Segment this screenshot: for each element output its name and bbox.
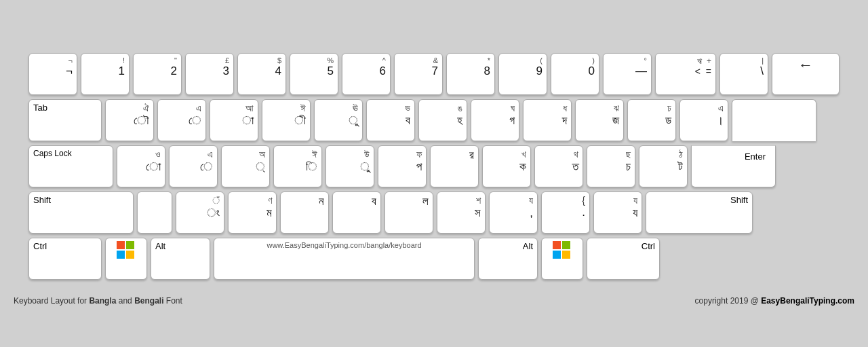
windows-logo-icon — [110, 241, 142, 260]
key-space[interactable]: www.EasyBengaliTyping.com/bangla/keyboar… — [214, 238, 475, 280]
key-ctrl-right[interactable]: Ctrl — [587, 238, 660, 280]
key-tab[interactable]: Tab — [28, 99, 102, 141]
svg-rect-6 — [553, 251, 561, 259]
key-u[interactable]: ঙ হ — [418, 99, 467, 141]
key-e[interactable]: আ া — [210, 99, 258, 141]
key-3[interactable]: £ 3 — [185, 53, 234, 95]
key-8[interactable]: * 8 — [446, 53, 495, 95]
key-f[interactable]: ঈ ি — [273, 145, 322, 187]
key-l[interactable]: থ ত — [534, 145, 583, 187]
key-2[interactable]: " 2 — [133, 53, 182, 95]
windows-logo-right-icon — [546, 241, 578, 260]
svg-rect-0 — [117, 241, 125, 249]
key-7[interactable]: & 7 — [394, 53, 443, 95]
key-b[interactable]: ব — [332, 191, 381, 234]
key-d[interactable]: অ ্ — [221, 145, 270, 187]
key-shift-left[interactable]: Shift — [28, 191, 134, 234]
key-comma[interactable]: য , — [489, 191, 538, 234]
key-win-left[interactable] — [105, 238, 147, 280]
footer-left: Keyboard Layout for Bangla and Bengali F… — [14, 296, 182, 306]
key-1[interactable]: ! 1 — [81, 53, 130, 95]
footer: Keyboard Layout for Bangla and Bengali F… — [0, 293, 868, 308]
svg-rect-5 — [562, 241, 570, 249]
row-bottom: Ctrl Alt www.EasyBengaliTyping.com/bangl… — [28, 238, 840, 280]
key-slash[interactable]: য য — [593, 191, 642, 234]
row-numbers: ¬ ¬ ! 1 " 2 £ 3 $ 4 — [28, 53, 840, 95]
svg-rect-1 — [126, 241, 134, 249]
svg-rect-4 — [553, 241, 561, 249]
key-o[interactable]: ধ দ — [523, 99, 572, 141]
caps-lock-label: Caps Lock — [33, 149, 108, 158]
key-k[interactable]: খ ক — [482, 145, 531, 187]
key-j[interactable]: র — [430, 145, 479, 187]
key-backspace[interactable]: ← — [772, 53, 840, 95]
key-6[interactable]: ^ 6 — [342, 53, 391, 95]
key-x[interactable]: ঁ ং — [176, 191, 224, 234]
footer-right: copyright 2019 @ EasyBengaliTyping.com — [695, 296, 854, 306]
key-y[interactable]: ভ ব — [366, 99, 415, 141]
key-r[interactable]: ঈ ী — [262, 99, 311, 141]
enter-label: Enter — [745, 151, 766, 162]
key-n[interactable]: ল — [384, 191, 433, 234]
key-v[interactable]: ন — [280, 191, 329, 234]
key-equals[interactable]: ঋ + < = — [655, 53, 716, 95]
key-9[interactable]: ( 9 — [498, 53, 547, 95]
key-a[interactable]: ও ো — [117, 145, 165, 187]
key-h[interactable]: ফ প — [378, 145, 427, 187]
row-tab: Tab ঐ ৌ এ ে আ া ঈ ী — [28, 99, 840, 141]
key-enter-main[interactable]: Enter — [691, 145, 776, 187]
row-caps: Caps Lock ও ো এ ে অ ্ ঈ ি — [28, 145, 840, 187]
key-lbracket[interactable]: ঢ ড — [627, 99, 676, 141]
key-ctrl-left[interactable]: Ctrl — [28, 238, 102, 280]
key-m[interactable]: শ স — [437, 191, 486, 234]
key-s[interactable]: এ ে — [169, 145, 218, 187]
key-caps-lock[interactable]: Caps Lock — [28, 145, 113, 187]
key-shift-right[interactable]: Shift — [646, 191, 753, 234]
row-shift: Shift ঁ ং ণ ম ন — [28, 191, 840, 234]
key-c[interactable]: ণ ম — [228, 191, 277, 234]
key-alt-left[interactable]: Alt — [151, 238, 210, 280]
key-rbracket[interactable]: এ । — [679, 99, 728, 141]
keyboard: ¬ ¬ ! 1 " 2 £ 3 $ 4 — [15, 39, 853, 293]
key-minus[interactable]: ° — — [603, 53, 652, 95]
key-backslash[interactable]: | \ — [719, 53, 768, 95]
key-g[interactable]: উ ু — [326, 145, 374, 187]
key-enter[interactable] — [732, 99, 816, 141]
key-t[interactable]: ঊ ু — [314, 99, 363, 141]
key-5[interactable]: % 5 — [290, 53, 338, 95]
space-label: www.EasyBengaliTyping.com/bangla/keyboar… — [267, 241, 421, 249]
svg-rect-2 — [117, 251, 125, 259]
key-alt-right[interactable]: Alt — [478, 238, 538, 280]
key-win-right[interactable] — [541, 238, 583, 280]
key-p[interactable]: ঝ জ — [575, 99, 624, 141]
key-z[interactable] — [137, 191, 172, 234]
key-q[interactable]: ঐ ৌ — [105, 99, 154, 141]
key-apostrophe[interactable]: ঠ ট — [639, 145, 688, 187]
backspace-arrow-icon: ← — [798, 56, 813, 74]
key-w[interactable]: এ ে — [157, 99, 206, 141]
key-0[interactable]: ) 0 — [551, 53, 599, 95]
key-period[interactable]: { . — [541, 191, 590, 234]
key-semicolon[interactable]: ছ চ — [587, 145, 635, 187]
key-i[interactable]: ঘ গ — [471, 99, 519, 141]
key-4[interactable]: $ 4 — [237, 53, 286, 95]
svg-rect-3 — [126, 251, 134, 259]
key-backtick[interactable]: ¬ ¬ — [28, 53, 77, 95]
svg-rect-7 — [562, 251, 570, 259]
